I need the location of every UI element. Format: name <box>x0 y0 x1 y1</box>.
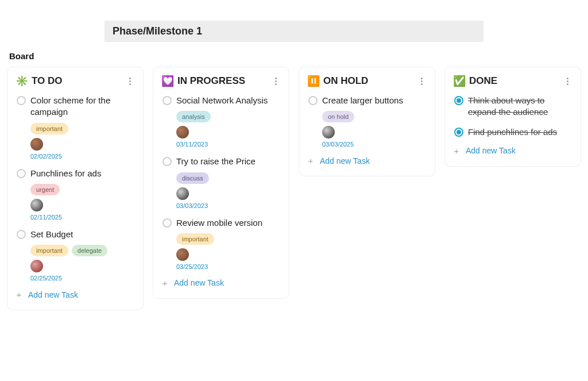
column-title: 💟IN PROGRESS <box>161 75 245 87</box>
column-emoji-icon: ⏸️ <box>307 76 320 86</box>
phase-title: Phase/Milestone 1 <box>113 25 202 37</box>
task-title: Social Network Analysis <box>176 95 268 106</box>
task-checkbox[interactable] <box>163 157 172 166</box>
task-date: 03/03/2025 <box>322 141 427 148</box>
column-title: ⏸️ON HOLD <box>307 75 368 87</box>
task-head: Social Network Analysis <box>163 95 281 106</box>
assignee-avatar[interactable] <box>30 199 43 211</box>
task-card[interactable]: Think about ways to expand the audience <box>453 95 572 118</box>
board-columns: ✳️TO DOColor scheme for the campaignimpo… <box>7 67 581 310</box>
task-tags: important <box>176 233 281 245</box>
column-header: ⏸️ON HOLD <box>307 75 427 87</box>
task-checkbox[interactable] <box>454 96 463 105</box>
task-card[interactable]: Find punchlines for ads <box>453 126 572 138</box>
column-to-do: ✳️TO DOColor scheme for the campaignimpo… <box>7 67 144 310</box>
task-head: Try to raise the Price <box>163 156 281 167</box>
task-card[interactable]: Set Budgetimportantdelegate02/25/2025 <box>16 229 135 282</box>
task-title: Create larger buttons <box>322 95 403 106</box>
plus-icon: + <box>161 278 168 288</box>
task-head: Think about ways to expand the audience <box>454 95 572 118</box>
column-emoji-icon: ✅ <box>453 76 466 86</box>
column-done: ✅DONEThink about ways to expand the audi… <box>444 67 581 167</box>
task-card[interactable]: Try to raise the Pricediscuss03/03/2023 <box>161 156 281 209</box>
task-checkbox[interactable] <box>308 96 318 105</box>
task-checkbox[interactable] <box>17 230 26 239</box>
assignee-avatar[interactable] <box>30 260 43 272</box>
task-title: Color scheme for the campaign <box>30 95 135 118</box>
task-checkbox[interactable] <box>163 96 172 105</box>
plus-icon: + <box>16 290 22 299</box>
task-date: 02/02/2025 <box>30 153 135 160</box>
plus-icon: + <box>453 146 460 156</box>
task-head: Review mobile version <box>163 217 281 229</box>
tag-important: important <box>30 123 68 134</box>
task-head: Create larger buttons <box>308 95 427 106</box>
task-date: 02/11/2025 <box>30 214 135 221</box>
task-date: 03/03/2023 <box>176 202 281 209</box>
column-title-text: IN PROGRESS <box>177 75 245 87</box>
task-date: 03/11/2023 <box>176 141 281 148</box>
column-emoji-icon: 💟 <box>161 76 174 86</box>
board-label: Board <box>9 51 581 61</box>
add-task-label: Add new Task <box>320 156 370 166</box>
add-task-button[interactable]: +Add new Task <box>16 290 135 299</box>
column-emoji-icon: ✳️ <box>16 76 28 86</box>
column-title: ✅DONE <box>453 75 497 87</box>
task-head: Punchlines for ads <box>17 168 135 179</box>
tag-urgent: urgent <box>30 184 60 195</box>
column-title: ✳️TO DO <box>16 75 63 87</box>
add-task-label: Add new Task <box>466 146 516 155</box>
task-title: Think about ways to expand the audience <box>468 95 572 118</box>
add-task-label: Add new Task <box>28 290 78 299</box>
column-header: ✅DONE <box>453 75 572 87</box>
task-card[interactable]: Social Network Analysisanalysis03/11/202… <box>161 95 281 148</box>
tag-important: important <box>30 245 68 256</box>
task-date: 03/25/2023 <box>176 263 281 270</box>
column-header: 💟IN PROGRESS <box>161 75 281 87</box>
phase-title-bar: Phase/Milestone 1 <box>105 21 483 42</box>
task-tags: urgent <box>30 184 135 195</box>
task-card[interactable]: Create larger buttonson hold03/03/2025 <box>307 95 427 148</box>
task-tags: importantdelegate <box>30 245 135 256</box>
plus-icon: + <box>307 156 314 166</box>
task-date: 02/25/2025 <box>30 275 135 282</box>
column-menu-icon[interactable] <box>416 76 427 86</box>
column-header: ✳️TO DO <box>16 75 135 87</box>
task-title: Punchlines for ads <box>30 168 101 179</box>
task-title: Review mobile version <box>176 217 262 229</box>
task-card[interactable]: Punchlines for adsurgent02/11/2025 <box>16 168 135 221</box>
column-menu-icon[interactable] <box>562 76 572 86</box>
assignee-avatar[interactable] <box>322 126 335 138</box>
task-card[interactable]: Color scheme for the campaignimportant02… <box>16 95 135 160</box>
assignee-avatar[interactable] <box>176 187 189 200</box>
add-task-label: Add new Task <box>174 278 224 287</box>
add-task-button[interactable]: +Add new Task <box>161 278 281 288</box>
tag-discuss: discuss <box>176 172 209 184</box>
task-checkbox[interactable] <box>17 96 26 105</box>
column-in-progress: 💟IN PROGRESSSocial Network Analysisanaly… <box>153 67 289 299</box>
assignee-avatar[interactable] <box>176 126 189 138</box>
task-tags: analysis <box>176 111 281 122</box>
task-card[interactable]: Review mobile versionimportant03/25/2023 <box>161 217 281 270</box>
tag-analysis: analysis <box>176 111 211 122</box>
column-menu-icon[interactable] <box>125 76 135 86</box>
assignee-avatar[interactable] <box>176 248 189 261</box>
task-checkbox[interactable] <box>454 128 463 137</box>
add-task-button[interactable]: +Add new Task <box>453 146 572 156</box>
assignee-avatar[interactable] <box>30 138 43 151</box>
task-tags: important <box>30 123 135 134</box>
add-task-button[interactable]: +Add new Task <box>307 156 427 166</box>
tag-important: important <box>176 233 214 245</box>
task-title: Find punchlines for ads <box>468 126 557 138</box>
task-checkbox[interactable] <box>163 218 172 228</box>
task-head: Set Budget <box>17 229 135 240</box>
column-menu-icon[interactable] <box>270 76 281 86</box>
tag-onhold: on hold <box>322 111 354 122</box>
task-tags: discuss <box>176 172 281 184</box>
column-title-text: ON HOLD <box>323 75 368 87</box>
column-title-text: TO DO <box>32 75 63 87</box>
task-title: Try to raise the Price <box>176 156 256 167</box>
task-tags: on hold <box>322 111 427 122</box>
task-checkbox[interactable] <box>17 169 26 178</box>
task-head: Color scheme for the campaign <box>17 95 135 118</box>
